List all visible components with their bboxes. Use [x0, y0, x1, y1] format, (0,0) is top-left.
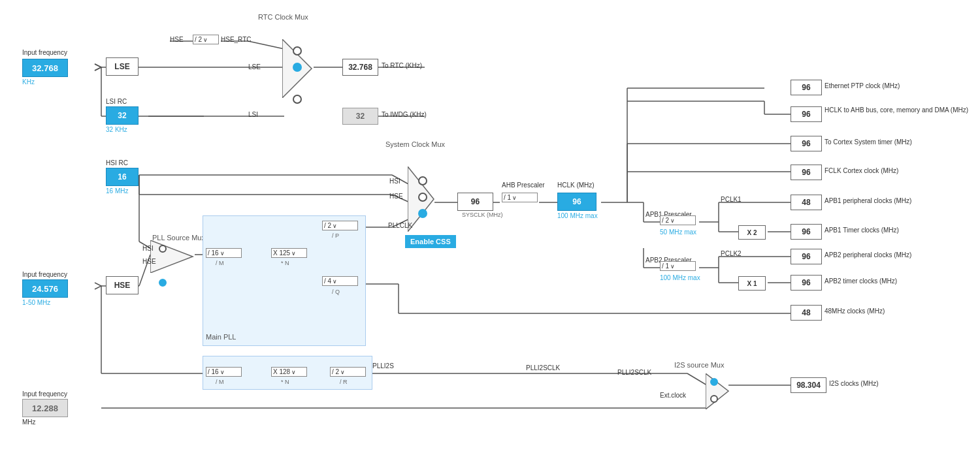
sys-hsi-label: HSI	[389, 178, 400, 185]
plli2s-r-dropdown[interactable]: / 2	[330, 367, 366, 377]
apb1-periph-label: APB1 peripheral clocks (MHz)	[825, 197, 911, 204]
apb1-periph-value: 48	[791, 195, 822, 210]
ext-unit: MHz	[22, 418, 36, 426]
pll-hse-label: HSE	[142, 258, 156, 265]
hclk-max: 100 MHz max	[557, 212, 598, 219]
clk48-label: 48MHz clocks (MHz)	[825, 307, 885, 315]
main-pll-m-label: / M	[216, 260, 224, 266]
hse-div2-dropdown[interactable]: / 2	[193, 35, 219, 44]
sys-hse-input[interactable]	[418, 193, 427, 202]
ahb-prescaler-label: AHB Prescaler	[502, 181, 545, 189]
main-pll-p-label: / P	[332, 232, 339, 239]
svg-line-6	[248, 41, 284, 49]
main-pll-label: Main PLL	[206, 333, 236, 341]
eth-ptp-label: Ethernet PTP clock (MHz)	[825, 82, 900, 89]
pll-hse-selected[interactable]	[159, 279, 167, 287]
plli2sclk-label2: PLLI2SCLK	[617, 369, 651, 376]
main-pll-m-dropdown[interactable]: / 16	[206, 248, 242, 258]
lse-input-label: Input frequency	[22, 49, 67, 56]
fclk-value: 96	[791, 165, 822, 180]
fclk-label: FCLK Cortex clock (MHz)	[825, 167, 898, 174]
i2s-label: I2S clocks (MHz)	[829, 380, 879, 387]
lse-unit: KHz	[22, 78, 35, 86]
sys-pllclk-selected[interactable]	[418, 209, 427, 218]
apb2-timer-value: 96	[791, 275, 822, 291]
rtc-hse-input[interactable]	[293, 46, 302, 55]
i2s-ext-input[interactable]	[710, 395, 718, 403]
system-mux-label: System Clock Mux	[385, 140, 445, 148]
rtc-output-value: 32.768	[342, 59, 378, 76]
hclk-label-text: HCLK (MHz)	[557, 181, 595, 189]
apb2-prescaler-dropdown[interactable]: / 1	[660, 261, 696, 271]
pll-hsi-sel[interactable]	[159, 245, 167, 253]
pclk2-label: PCLK2	[721, 250, 742, 257]
apb1-timer-value: 96	[791, 224, 822, 240]
hclk-ahb-label: HCLK to AHB bus, core, memory and DMA (M…	[825, 106, 968, 114]
i2s-mux-shape	[706, 373, 732, 409]
clk48-value: 48	[791, 305, 822, 321]
hse-unit: 1-50 MHz	[22, 299, 50, 306]
main-pll-q-label: / Q	[332, 289, 340, 295]
plli2s-n-dropdown[interactable]: X 128	[271, 367, 307, 377]
main-pll-p-dropdown[interactable]: / 2	[322, 221, 358, 230]
hse-input-label: Input frequency	[22, 271, 67, 278]
apb1-x2-block: X 2	[738, 225, 766, 240]
apb1-max: 50 MHz max	[660, 228, 696, 236]
i2s-mux-label: I2S source Mux	[674, 361, 724, 369]
sys-hse-label: HSE	[389, 193, 403, 200]
plli2s-label: PLLI2S	[372, 362, 394, 370]
apb2-periph-label: APB2 peripheral clocks (MHz)	[825, 251, 911, 259]
svg-line-66	[687, 373, 707, 385]
rtc-output-label: To RTC (KHz)	[382, 62, 422, 69]
lse-value[interactable]: 32.768	[22, 59, 68, 77]
plli2s-n-label: * N	[281, 379, 289, 385]
hsi-value[interactable]: 16	[106, 168, 139, 186]
pll-hsi-label: HSI	[142, 245, 154, 252]
main-pll-q-dropdown[interactable]: / 4	[322, 276, 358, 286]
apb1-timer-label: APB1 Timer clocks (MHz)	[825, 227, 899, 234]
ext-clock-label: Ext.clock	[660, 392, 686, 399]
i2s-plli2s-selected[interactable]	[710, 378, 718, 386]
lsi-value[interactable]: 32	[106, 106, 139, 125]
plli2s-m-dropdown[interactable]: / 16	[206, 367, 242, 377]
rtc-mux-label: RTC Clock Mux	[258, 13, 308, 21]
iwdg-output-label: To IWDG (KHz)	[382, 111, 427, 118]
i2s-value: 98.304	[791, 377, 826, 393]
ahb-prescaler-dropdown[interactable]: / 1	[502, 193, 538, 202]
rtc-lsi-label: LSI	[248, 111, 258, 118]
enable-css-button[interactable]: Enable CSS	[405, 235, 456, 248]
apb1-prescaler-dropdown[interactable]: / 2	[660, 215, 696, 225]
apb2-timer-label: APB2 timer clocks (MHz)	[825, 277, 897, 285]
hsi-label: HSI RC	[106, 159, 128, 166]
sysclk-value: 96	[457, 193, 493, 211]
plli2s-m-label: / M	[216, 379, 224, 385]
hse-block: HSE	[106, 276, 139, 294]
lse-block: LSE	[106, 57, 139, 76]
svg-marker-74	[150, 240, 193, 273]
hse-value[interactable]: 24.576	[22, 279, 68, 298]
ext-input-label: Input frequency	[22, 390, 67, 398]
apb2-max: 100 MHz max	[660, 274, 700, 281]
lsi-unit: 32 KHz	[106, 126, 127, 133]
main-pll-n-dropdown[interactable]: X 125	[271, 248, 307, 258]
pll-source-mux-shape	[150, 240, 196, 273]
sysclk-label: SYSCLK (MHz)	[462, 212, 503, 218]
rtc-lse-selected[interactable]	[293, 63, 302, 72]
rtc-lsi-input[interactable]	[293, 95, 302, 104]
cortex-sys-label: To Cortex System timer (MHz)	[825, 138, 912, 146]
rtc-lse-label: LSE	[248, 63, 261, 71]
apb2-x1-block: X 1	[738, 276, 766, 291]
hsi-unit: 16 MHz	[106, 187, 128, 195]
sys-pllclk-label: PLLCLK	[388, 222, 412, 229]
plli2s-r-label: / R	[340, 379, 348, 385]
hse-rtc-label: HSE_RTC	[221, 36, 252, 43]
hclk-value: 96	[557, 193, 596, 211]
lsi-label: LSI RC	[106, 98, 127, 105]
pclk1-label: PCLK1	[721, 196, 742, 203]
main-pll-n-label: * N	[281, 260, 289, 266]
sys-hsi-input[interactable]	[418, 176, 427, 185]
ext-value: 12.288	[22, 399, 68, 417]
iwdg-output-value: 32	[342, 108, 378, 125]
hse-rtc-hse-label: HSE	[170, 36, 184, 43]
hclk-ahb-value: 96	[791, 106, 822, 122]
